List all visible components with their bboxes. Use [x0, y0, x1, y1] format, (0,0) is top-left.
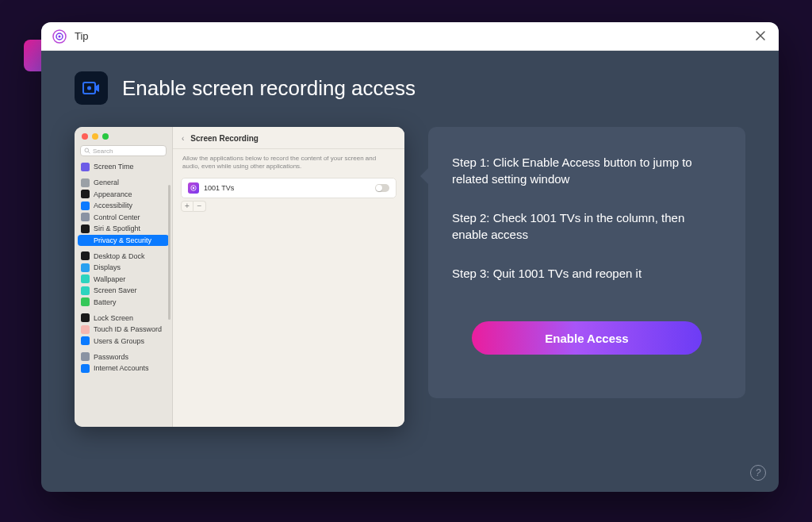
- sidebar-item-label: Touch ID & Password: [94, 325, 162, 333]
- search-icon: [84, 148, 90, 154]
- enable-access-button[interactable]: Enable Access: [472, 321, 702, 355]
- content-row: Search Screen TimeGeneralAppearanceAcces…: [75, 127, 745, 427]
- sidebar-item: Privacy & Security: [78, 235, 169, 246]
- svg-point-5: [85, 148, 89, 152]
- sidebar-item-icon: [81, 225, 90, 233]
- sidebar-item: Control Center: [78, 212, 169, 223]
- settings-sidebar: Search Screen TimeGeneralAppearanceAcces…: [75, 127, 173, 427]
- sidebar-item-icon: [81, 213, 90, 221]
- pane-title: Screen Recording: [190, 134, 259, 143]
- sidebar-item: General: [78, 177, 169, 188]
- heading-row: Enable screen recording access: [75, 71, 745, 105]
- sidebar-item: Screen Time: [78, 161, 169, 172]
- sidebar-item-label: Screen Saver: [94, 286, 137, 294]
- sidebar-item-label: Passwords: [94, 353, 128, 361]
- traffic-max-icon: [102, 133, 109, 140]
- app-toggle: [375, 184, 389, 192]
- sidebar-item-icon: [81, 325, 90, 334]
- sidebar-item: Touch ID & Password: [78, 324, 169, 335]
- sidebar-item: Appearance: [78, 189, 169, 200]
- sidebar-item-icon: [81, 202, 90, 210]
- sidebar-list: Screen TimeGeneralAppearanceAccessibilit…: [75, 161, 172, 427]
- close-button[interactable]: [755, 30, 768, 43]
- settings-preview: Search Screen TimeGeneralAppearanceAcces…: [75, 127, 404, 427]
- sidebar-item-icon: [81, 163, 90, 171]
- pane-description: Allow the applications below to record t…: [173, 149, 404, 178]
- sidebar-item-label: Siri & Spotlight: [94, 225, 140, 232]
- sidebar-item-label: Battery: [94, 298, 117, 306]
- sidebar-item-label: Desktop & Dock: [94, 252, 145, 260]
- svg-point-7: [193, 187, 194, 189]
- sidebar-scrollbar: [168, 185, 170, 320]
- sidebar-item-label: Wallpaper: [94, 275, 125, 283]
- help-button[interactable]: ?: [750, 465, 766, 481]
- sidebar-item-label: Displays: [94, 263, 121, 271]
- search-placeholder: Search: [93, 148, 113, 155]
- sidebar-item-label: Screen Time: [94, 163, 134, 171]
- sidebar-item: Wallpaper: [78, 274, 169, 285]
- sidebar-item-icon: [81, 336, 90, 345]
- heading-text: Enable screen recording access: [122, 76, 416, 101]
- step-3-text: Step 3: Quit 1001 TVs and reopen it: [452, 265, 722, 282]
- sidebar-item-icon: [81, 352, 90, 361]
- sidebar-item: Lock Screen: [78, 313, 169, 324]
- step-2-text: Step 2: Check 1001 TVs in the column, th…: [452, 209, 722, 243]
- search-input: Search: [80, 145, 167, 156]
- sidebar-item: Passwords: [78, 351, 169, 363]
- steps-panel: Step 1: Click Enable Access button to ju…: [428, 127, 745, 398]
- sidebar-item-icon: [81, 263, 90, 272]
- svg-point-2: [59, 35, 61, 37]
- back-button: ‹: [182, 134, 184, 143]
- sidebar-item-icon: [81, 190, 90, 198]
- tip-dialog: Tip Enable screen recording access: [41, 22, 779, 492]
- sidebar-item-label: Accessibility: [94, 202, 132, 209]
- sidebar-item: Accessibility: [78, 200, 169, 211]
- app-icon: [52, 29, 67, 44]
- traffic-lights: [75, 127, 172, 144]
- step-1-text: Step 1: Click Enable Access button to ju…: [452, 154, 722, 187]
- traffic-close-icon: [82, 133, 88, 140]
- sidebar-item: Desktop & Dock: [78, 251, 169, 262]
- sidebar-item-label: Control Center: [94, 213, 140, 221]
- sidebar-item-icon: [81, 251, 90, 260]
- add-remove-buttons: + −: [181, 201, 396, 212]
- sidebar-item-label: General: [94, 178, 119, 186]
- sidebar-item: Users & Groups: [78, 336, 169, 347]
- sidebar-item: Battery: [78, 297, 169, 308]
- app-row: 1001 TVs: [181, 178, 396, 198]
- sidebar-item-label: Users & Groups: [94, 337, 144, 345]
- sidebar-item: Internet Accounts: [78, 363, 169, 374]
- settings-header: ‹ Screen Recording: [173, 127, 404, 149]
- sidebar-item: Displays: [78, 262, 169, 273]
- sidebar-item-label: Privacy & Security: [94, 236, 151, 244]
- svg-point-4: [87, 86, 91, 90]
- sidebar-item-label: Internet Accounts: [94, 364, 149, 372]
- app-row-icon: [188, 182, 199, 194]
- dialog-body: Enable screen recording access Search: [41, 51, 779, 451]
- remove-button: −: [193, 201, 206, 212]
- titlebar: Tip: [41, 22, 779, 51]
- sidebar-item: Siri & Spotlight: [78, 223, 169, 234]
- add-button: +: [181, 201, 193, 212]
- sidebar-item: Screen Saver: [78, 285, 169, 296]
- traffic-min-icon: [92, 133, 98, 140]
- sidebar-item-icon: [81, 364, 90, 373]
- sidebar-item-icon: [81, 297, 90, 306]
- app-row-label: 1001 TVs: [204, 184, 234, 192]
- sidebar-item-label: Appearance: [94, 190, 132, 198]
- screen-record-icon: [75, 71, 108, 105]
- sidebar-item-icon: [81, 286, 90, 295]
- sidebar-item-icon: [81, 236, 90, 244]
- sidebar-item-icon: [81, 313, 90, 322]
- titlebar-label: Tip: [75, 30, 89, 42]
- sidebar-item-icon: [81, 178, 90, 187]
- sidebar-item-label: Lock Screen: [94, 314, 133, 322]
- settings-main: ‹ Screen Recording Allow the application…: [173, 127, 404, 427]
- sidebar-item-icon: [81, 274, 90, 283]
